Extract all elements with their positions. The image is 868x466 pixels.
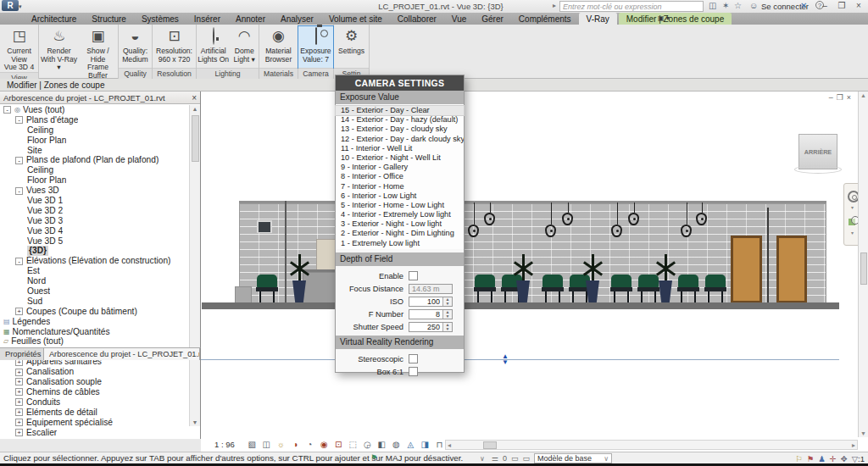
material-browser-button[interactable]: ◉ MaterialBrowser (259, 26, 298, 68)
restore-button[interactable]: ❐ (834, 1, 849, 11)
elevation-window[interactable] (257, 220, 272, 233)
view-window-controls[interactable]: –❐× (829, 93, 854, 102)
horizontal-scrollbar[interactable]: ◂ ▸ (445, 440, 858, 450)
artificial-lights-button[interactable]: ArtificialLights On (197, 26, 230, 68)
close-button[interactable]: × (851, 1, 866, 11)
user-icon[interactable]: ☺ (749, 1, 758, 10)
reveal-hidden-elements-icon[interactable]: ◉ (317, 440, 331, 449)
potted-plant[interactable] (581, 249, 604, 302)
chevron-down-icon[interactable]: ▾ (851, 204, 854, 210)
tree-item[interactable]: + Escalier (0, 428, 189, 438)
chair[interactable] (254, 275, 280, 303)
tree-expander-icon[interactable]: - (15, 157, 23, 164)
exposure-value-option[interactable]: 3 - Exterior - Night - Low light (336, 219, 464, 229)
exposure-value-option[interactable]: 7 - Interior - Home (336, 182, 464, 191)
ribbon-tab[interactable]: Analyser (273, 13, 321, 25)
exposure-value-button[interactable]: ExposureValue: 7 (298, 26, 333, 68)
worksets-dialog-icon[interactable]: ▭ (511, 454, 519, 463)
chair[interactable] (609, 275, 634, 303)
ribbon-tab[interactable]: Annoter (228, 13, 273, 25)
exposure-value-option[interactable]: 15 - Exterior - Day - Clear (336, 106, 464, 115)
tree-item[interactable]: - ◎ Vues (tout) (0, 105, 189, 115)
box-6-1-checkbox[interactable] (409, 367, 418, 376)
tree-item[interactable]: - Élévations (Élévation de construction) (0, 256, 189, 266)
search-icon[interactable]: ◫ (709, 1, 716, 10)
tree-item[interactable]: Est (0, 266, 189, 276)
exposure-value-option[interactable]: 4 - Interior - Extremely Low light (336, 210, 464, 219)
scrollbar-thumb[interactable] (483, 441, 497, 449)
tree-item[interactable]: {3D} (0, 246, 189, 256)
resolution-button[interactable]: ⊡ Resolution:960 x 720 (153, 26, 196, 68)
elevation-door[interactable] (731, 236, 762, 303)
tree-expander-icon[interactable]: + (15, 388, 23, 396)
view-cube[interactable]: ARRIÈRE (798, 134, 837, 169)
tree-item[interactable]: - Plans de plafond (Plan de plafond) (0, 155, 189, 165)
visual-style-icon[interactable]: ◫ (259, 440, 274, 449)
scroll-down-icon[interactable]: ▼ (859, 430, 868, 436)
ribbon-tab[interactable]: V-Ray (579, 13, 617, 25)
tree-expander-icon[interactable]: - (15, 116, 23, 124)
worksharing-display-icon[interactable]: ◍ (389, 440, 403, 449)
search-input[interactable]: Entrez mot-clé ou expression (559, 1, 704, 12)
pendant-light[interactable] (611, 202, 623, 237)
unlocked-view-icon[interactable]: ◶ (360, 440, 375, 449)
pendant-light[interactable] (545, 202, 557, 237)
exposure-value-option[interactable]: 12 - Exterior - Day - dark cloudy sky (336, 135, 464, 144)
palette-tab[interactable]: Arborescence du projet - LC_PROJET_01.rv… (44, 348, 200, 360)
tree-item[interactable]: Ceiling (0, 165, 189, 175)
scroll-down-icon[interactable]: ▼ (190, 419, 200, 425)
temporary-view-properties-icon[interactable]: ◧ (375, 440, 389, 449)
exposure-value-option[interactable]: 11 - Interior - Well Lit (336, 144, 464, 153)
design-option-select[interactable]: Modèle de base∨ (534, 453, 612, 463)
exposure-value-option[interactable]: 8 - Interior - Office (336, 172, 464, 181)
ribbon-tab[interactable]: Volume et site (321, 13, 390, 25)
editable-only-icon[interactable]: ♟ (818, 454, 826, 463)
ribbon-tab[interactable]: Gérer (474, 13, 511, 25)
frame-buffer-button[interactable]: ▣ Show / HideFrame Buffer (79, 26, 118, 80)
displacement-sets-icon[interactable]: ◨ (418, 440, 432, 449)
tree-item[interactable]: + Chemins de câbles (0, 387, 189, 397)
analytical-model-icon[interactable]: ◬ (403, 440, 418, 449)
pendant-light[interactable] (628, 202, 640, 225)
exposure-value-option[interactable]: 14 - Exterior - Day - hazy (default) (336, 115, 464, 125)
tree-item[interactable]: Vue 3D 3 (0, 216, 189, 226)
tree-expander-icon[interactable]: - (15, 258, 23, 265)
ribbon-tab[interactable]: Structure (84, 13, 134, 25)
drawing-area[interactable]: ▲▼ ARRIÈRE ▾ ▾ –❐× ▲ ▼ 1 : 96 ▧◫☼◑◔◉⊡⬚◶◧… (201, 92, 868, 452)
exposure-value-option[interactable]: 1 - Extremely Low light (336, 239, 464, 248)
sun-path-icon[interactable]: ☼ (274, 440, 288, 449)
tree-expander-icon[interactable]: + (15, 378, 23, 386)
tree-expander-icon[interactable]: + (15, 398, 23, 406)
pendant-light[interactable] (681, 202, 693, 237)
tree-item[interactable]: + Canalisation (0, 367, 189, 377)
exposure-value-option[interactable]: 10 - Exterior - Night - Well Lit (336, 153, 464, 163)
ribbon-tab[interactable]: Architecture (24, 13, 84, 25)
tree-item[interactable]: + Conduits (0, 397, 189, 408)
tree-item[interactable]: Vue 3D 1 (0, 196, 189, 206)
stereoscopic-checkbox[interactable] (409, 354, 418, 363)
tree-item[interactable]: Ouest (0, 286, 189, 297)
shutter-speed-input[interactable]: 250▲▼ (409, 322, 453, 332)
ribbon-tab[interactable]: Compléments (511, 13, 579, 25)
tree-item[interactable]: - Vues 3D (0, 186, 189, 196)
exclude-options-icon[interactable]: ✛ (830, 454, 837, 463)
pendant-light[interactable] (562, 202, 574, 225)
exposure-value-option[interactable]: 13 - Exterior - Day - cloudy sky (336, 125, 464, 134)
application-menu-button[interactable]: R▾ (2, 0, 31, 12)
minimize-button[interactable]: – (817, 1, 832, 11)
tree-item[interactable]: Vue 3D 2 (0, 206, 189, 216)
tree-expander-icon[interactable]: + (15, 429, 23, 436)
potted-plant[interactable] (654, 249, 676, 302)
scroll-left-icon[interactable]: ◂ (448, 441, 451, 449)
chevron-down-icon[interactable]: ∨ (480, 455, 485, 463)
elevation-door[interactable] (776, 236, 807, 303)
editing-requests-icon[interactable]: ⚌ (492, 454, 498, 463)
subscription-icon[interactable]: ✶ (722, 1, 729, 10)
selection-filter-icon[interactable]: ▽ (852, 454, 858, 463)
temporary-hide-isolate-icon[interactable]: ◔ (303, 440, 317, 449)
tree-item[interactable]: Vue 3D 5 (0, 236, 189, 247)
ribbon-tab[interactable]: Vue (444, 13, 474, 25)
search-collapse-icon[interactable]: ▸ (553, 2, 556, 9)
press-drag-icon[interactable]: ✥ (841, 454, 848, 463)
chair[interactable] (703, 275, 728, 303)
